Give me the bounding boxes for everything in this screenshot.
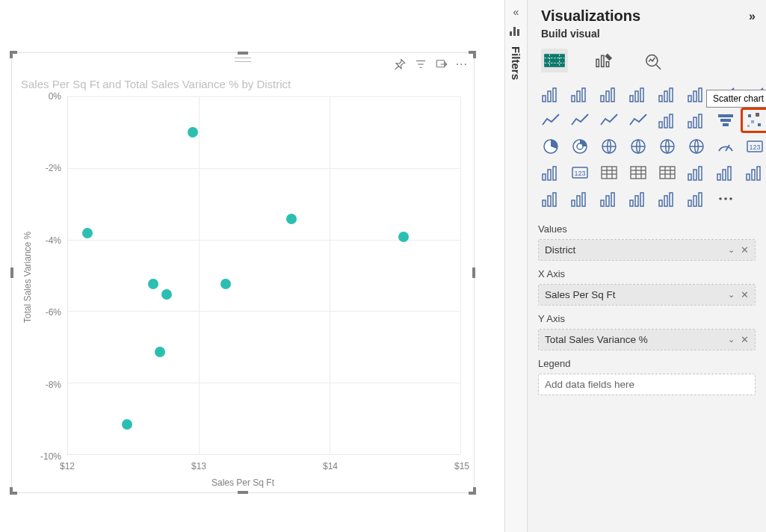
viz-type-kpi[interactable]: 123 <box>567 161 593 184</box>
svg-rect-23 <box>630 96 633 102</box>
tooltip: Scatter chart <box>706 90 766 108</box>
data-point[interactable] <box>122 419 132 430</box>
svg-rect-61 <box>602 167 617 179</box>
viz-type-azure-map[interactable] <box>684 135 709 158</box>
viz-type-filled-map[interactable] <box>655 135 680 158</box>
viz-type-clustered-bar[interactable] <box>596 83 622 105</box>
svg-rect-32 <box>659 122 662 128</box>
data-point[interactable] <box>398 232 409 242</box>
viz-type-ribbon[interactable] <box>655 109 680 132</box>
focus-mode-icon[interactable] <box>435 58 448 71</box>
y-tick-label: -4% <box>46 235 61 246</box>
viz-type-qa[interactable] <box>567 188 593 210</box>
filters-label[interactable]: Filters <box>510 46 522 80</box>
viz-type-slicer[interactable] <box>596 161 622 184</box>
data-point[interactable] <box>188 127 198 137</box>
resize-handle[interactable] <box>10 51 17 54</box>
collapse-chevron-icon[interactable]: « <box>513 6 519 18</box>
viz-type-scatter[interactable]: Scatter chart <box>742 109 766 132</box>
xaxis-section-title: X Axis <box>538 268 756 279</box>
viz-type-key-influencers[interactable] <box>742 161 766 184</box>
yaxis-section-title: Y Axis <box>538 313 756 324</box>
viz-type-r-visual[interactable] <box>684 161 709 184</box>
expand-chevron-icon[interactable]: » <box>749 10 756 23</box>
data-point[interactable] <box>148 279 158 289</box>
field-menu-chevron-icon[interactable]: ⌄ <box>728 245 735 255</box>
data-point[interactable] <box>155 347 165 357</box>
analytics-tab[interactable] <box>640 49 667 72</box>
build-visual-tab[interactable] <box>541 49 568 72</box>
viz-type-treemap[interactable] <box>596 135 622 158</box>
filters-icon[interactable] <box>510 25 523 36</box>
viz-type-paginated[interactable] <box>626 188 651 210</box>
viz-type-100-stacked-bar[interactable] <box>655 83 680 105</box>
x-tick-label: $13 <box>191 461 206 471</box>
svg-rect-39 <box>720 119 731 122</box>
y-tick-label: -8% <box>46 380 61 390</box>
format-visual-tab[interactable] <box>590 49 617 72</box>
data-point[interactable] <box>82 228 93 238</box>
viz-type-matrix[interactable] <box>655 161 680 184</box>
resize-handle[interactable] <box>469 51 476 54</box>
svg-rect-22 <box>611 88 614 102</box>
svg-rect-18 <box>577 91 580 102</box>
viz-type-clustered-column[interactable] <box>626 83 651 105</box>
data-point[interactable] <box>220 279 231 289</box>
values-field-well[interactable]: District ⌄✕ <box>539 240 755 260</box>
viz-type-waterfall[interactable] <box>684 109 709 132</box>
resize-handle[interactable] <box>10 267 13 278</box>
viz-type-line-chart[interactable] <box>538 109 563 132</box>
svg-rect-80 <box>723 170 726 180</box>
viz-type-funnel[interactable] <box>713 109 738 132</box>
viz-type-stacked-bar[interactable] <box>538 83 563 105</box>
viz-type-power-automate[interactable] <box>684 188 709 210</box>
remove-field-icon[interactable]: ✕ <box>741 244 749 256</box>
svg-rect-86 <box>548 196 551 206</box>
svg-point-104 <box>724 197 727 200</box>
legend-field-well[interactable]: Add data fields here <box>539 374 755 395</box>
xaxis-field-well[interactable]: Sales Per Sq Ft ⌄✕ <box>539 285 755 305</box>
svg-rect-66 <box>631 167 646 179</box>
viz-type-gauge[interactable] <box>713 135 738 158</box>
viz-type-stacked-column[interactable] <box>567 83 593 105</box>
field-label: Total Sales Variance % <box>545 334 648 345</box>
scatter-visual-container[interactable]: ··· Sales Per Sq Ft and Total Sales Vari… <box>11 52 475 493</box>
viz-type-card[interactable]: 123 <box>742 135 766 158</box>
pin-icon[interactable] <box>393 58 407 71</box>
data-point[interactable] <box>161 289 172 300</box>
yaxis-field-well[interactable]: Total Sales Variance % ⌄✕ <box>539 330 755 350</box>
report-canvas[interactable]: ··· Sales Per Sq Ft and Total Sales Vari… <box>0 0 504 532</box>
viz-type-line-clustered[interactable] <box>596 109 622 132</box>
remove-field-icon[interactable]: ✕ <box>741 334 749 345</box>
viz-type-multi-row[interactable] <box>538 161 563 184</box>
viz-type-map[interactable] <box>626 135 651 158</box>
viz-type-py-visual[interactable] <box>713 161 738 184</box>
filter-icon[interactable] <box>414 58 427 71</box>
resize-handle[interactable] <box>238 491 248 494</box>
viz-type-table[interactable] <box>626 161 651 184</box>
more-options-icon[interactable]: ··· <box>456 61 468 68</box>
svg-rect-40 <box>723 123 729 126</box>
field-menu-chevron-icon[interactable]: ⌄ <box>728 290 735 300</box>
viz-type-narrative[interactable] <box>596 188 622 210</box>
viz-type-pie[interactable] <box>538 135 563 158</box>
field-label: District <box>545 244 575 256</box>
resize-handle[interactable] <box>10 492 17 495</box>
svg-rect-91 <box>601 200 604 206</box>
remove-field-icon[interactable]: ✕ <box>741 289 749 300</box>
drag-handle[interactable] <box>235 58 251 62</box>
field-menu-chevron-icon[interactable]: ⌄ <box>728 335 735 344</box>
viz-type-area-stacked[interactable] <box>626 109 651 132</box>
data-point[interactable] <box>286 214 297 224</box>
viz-type-more[interactable] <box>713 188 738 210</box>
viz-type-100-stacked-column[interactable] <box>684 83 709 105</box>
resize-handle[interactable] <box>469 492 476 495</box>
values-section-title: Values <box>538 223 756 235</box>
resize-handle[interactable] <box>238 52 248 55</box>
viz-type-power-apps[interactable] <box>655 188 680 210</box>
filters-collapsed-rail[interactable]: « Filters <box>504 0 527 532</box>
viz-type-donut[interactable] <box>567 135 593 158</box>
viz-type-line-stacked[interactable] <box>567 109 593 132</box>
resize-handle[interactable] <box>472 267 475 278</box>
viz-type-decomposition[interactable] <box>538 188 563 210</box>
